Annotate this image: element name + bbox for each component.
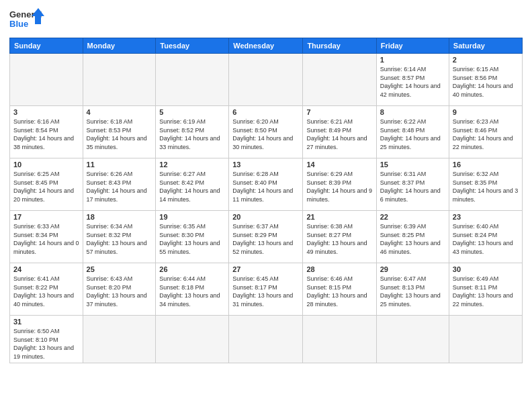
- day-number: 26: [159, 265, 225, 273]
- day-info: Sunrise: 6:41 AM Sunset: 8:22 PM Dayligh…: [13, 275, 79, 308]
- week-row-5: 24Sunrise: 6:41 AM Sunset: 8:22 PM Dayli…: [10, 263, 523, 316]
- calendar-cell: 4Sunrise: 6:18 AM Sunset: 8:53 PM Daylig…: [83, 106, 156, 158]
- weekday-header-tuesday: Tuesday: [156, 38, 229, 54]
- week-row-4: 17Sunrise: 6:33 AM Sunset: 8:34 PM Dayli…: [10, 211, 523, 263]
- calendar-cell: [303, 54, 376, 106]
- day-number: 30: [453, 265, 519, 273]
- day-number: 19: [159, 213, 225, 221]
- calendar-cell: 27Sunrise: 6:45 AM Sunset: 8:17 PM Dayli…: [229, 263, 303, 316]
- calendar-cell: [376, 316, 449, 363]
- day-info: Sunrise: 6:20 AM Sunset: 8:50 PM Dayligh…: [232, 118, 299, 151]
- week-row-6: 31Sunrise: 6:50 AM Sunset: 8:10 PM Dayli…: [10, 316, 523, 363]
- day-number: 10: [13, 161, 79, 169]
- day-number: 28: [306, 265, 372, 273]
- calendar-cell: [83, 316, 156, 363]
- day-number: 31: [13, 318, 79, 326]
- calendar-cell: [303, 316, 376, 363]
- calendar-cell: 31Sunrise: 6:50 AM Sunset: 8:10 PM Dayli…: [10, 316, 83, 363]
- day-number: 2: [453, 56, 519, 64]
- day-info: Sunrise: 6:15 AM Sunset: 8:56 PM Dayligh…: [453, 65, 519, 99]
- calendar-cell: 29Sunrise: 6:47 AM Sunset: 8:13 PM Dayli…: [376, 263, 449, 316]
- day-info: Sunrise: 6:35 AM Sunset: 8:30 PM Dayligh…: [159, 222, 225, 256]
- calendar-cell: 11Sunrise: 6:26 AM Sunset: 8:43 PM Dayli…: [83, 158, 156, 211]
- day-number: 17: [13, 213, 79, 221]
- day-number: 1: [380, 56, 445, 64]
- day-number: 4: [87, 108, 152, 116]
- calendar-cell: 24Sunrise: 6:41 AM Sunset: 8:22 PM Dayli…: [10, 263, 83, 316]
- day-info: Sunrise: 6:43 AM Sunset: 8:20 PM Dayligh…: [87, 275, 152, 308]
- calendar-cell: 19Sunrise: 6:35 AM Sunset: 8:30 PM Dayli…: [156, 211, 229, 263]
- day-info: Sunrise: 6:22 AM Sunset: 8:48 PM Dayligh…: [380, 118, 445, 151]
- day-info: Sunrise: 6:16 AM Sunset: 8:54 PM Dayligh…: [13, 118, 79, 151]
- day-number: 16: [453, 161, 519, 169]
- weekday-header-saturday: Saturday: [449, 38, 522, 54]
- day-number: 11: [87, 161, 152, 169]
- day-info: Sunrise: 6:25 AM Sunset: 8:45 PM Dayligh…: [13, 170, 79, 203]
- weekday-header-friday: Friday: [376, 38, 449, 54]
- day-info: Sunrise: 6:32 AM Sunset: 8:35 PM Dayligh…: [453, 170, 519, 203]
- logo: General Blue: [9, 7, 46, 32]
- calendar-cell: 22Sunrise: 6:39 AM Sunset: 8:25 PM Dayli…: [376, 211, 449, 263]
- calendar-cell: [156, 316, 229, 363]
- weekday-header-wednesday: Wednesday: [229, 38, 303, 54]
- day-info: Sunrise: 6:18 AM Sunset: 8:53 PM Dayligh…: [87, 118, 152, 151]
- day-info: Sunrise: 6:33 AM Sunset: 8:34 PM Dayligh…: [13, 222, 79, 256]
- week-row-2: 3Sunrise: 6:16 AM Sunset: 8:54 PM Daylig…: [10, 106, 523, 158]
- calendar-cell: 30Sunrise: 6:49 AM Sunset: 8:11 PM Dayli…: [449, 263, 522, 316]
- day-info: Sunrise: 6:45 AM Sunset: 8:17 PM Dayligh…: [232, 275, 299, 308]
- calendar-cell: 12Sunrise: 6:27 AM Sunset: 8:42 PM Dayli…: [156, 158, 229, 211]
- day-number: 5: [159, 108, 225, 116]
- day-number: 9: [453, 108, 519, 116]
- day-number: 14: [306, 161, 372, 169]
- day-info: Sunrise: 6:28 AM Sunset: 8:40 PM Dayligh…: [232, 170, 299, 203]
- day-number: 6: [232, 108, 299, 116]
- weekday-header-sunday: Sunday: [10, 38, 83, 54]
- day-number: 24: [13, 265, 79, 273]
- calendar-cell: [156, 54, 229, 106]
- day-info: Sunrise: 6:40 AM Sunset: 8:24 PM Dayligh…: [453, 222, 519, 256]
- day-number: 7: [306, 108, 372, 116]
- day-number: 8: [380, 108, 445, 116]
- calendar-cell: 15Sunrise: 6:31 AM Sunset: 8:37 PM Dayli…: [376, 158, 449, 211]
- day-info: Sunrise: 6:27 AM Sunset: 8:42 PM Dayligh…: [159, 170, 225, 203]
- day-number: 25: [87, 265, 152, 273]
- day-number: 15: [380, 161, 445, 169]
- day-info: Sunrise: 6:34 AM Sunset: 8:32 PM Dayligh…: [87, 222, 152, 256]
- calendar-cell: [83, 54, 156, 106]
- calendar-cell: 28Sunrise: 6:46 AM Sunset: 8:15 PM Dayli…: [303, 263, 376, 316]
- day-number: 22: [380, 213, 445, 221]
- calendar-cell: 20Sunrise: 6:37 AM Sunset: 8:29 PM Dayli…: [229, 211, 303, 263]
- day-number: 20: [232, 213, 299, 221]
- weekday-header-thursday: Thursday: [303, 38, 376, 54]
- day-info: Sunrise: 6:19 AM Sunset: 8:52 PM Dayligh…: [159, 118, 225, 151]
- day-info: Sunrise: 6:29 AM Sunset: 8:39 PM Dayligh…: [306, 170, 372, 203]
- day-number: 29: [380, 265, 445, 273]
- calendar-cell: 2Sunrise: 6:15 AM Sunset: 8:56 PM Daylig…: [449, 54, 522, 106]
- day-info: Sunrise: 6:39 AM Sunset: 8:25 PM Dayligh…: [380, 222, 445, 256]
- calendar-cell: 25Sunrise: 6:43 AM Sunset: 8:20 PM Dayli…: [83, 263, 156, 316]
- calendar-cell: 13Sunrise: 6:28 AM Sunset: 8:40 PM Dayli…: [229, 158, 303, 211]
- calendar-cell: 17Sunrise: 6:33 AM Sunset: 8:34 PM Dayli…: [10, 211, 83, 263]
- calendar-cell: [10, 54, 83, 106]
- calendar-cell: 26Sunrise: 6:44 AM Sunset: 8:18 PM Dayli…: [156, 263, 229, 316]
- calendar-cell: 5Sunrise: 6:19 AM Sunset: 8:52 PM Daylig…: [156, 106, 229, 158]
- day-info: Sunrise: 6:44 AM Sunset: 8:18 PM Dayligh…: [159, 275, 225, 308]
- day-info: Sunrise: 6:14 AM Sunset: 8:57 PM Dayligh…: [380, 65, 445, 99]
- calendar-cell: 6Sunrise: 6:20 AM Sunset: 8:50 PM Daylig…: [229, 106, 303, 158]
- svg-text:Blue: Blue: [9, 19, 28, 29]
- day-number: 12: [159, 161, 225, 169]
- calendar-cell: 18Sunrise: 6:34 AM Sunset: 8:32 PM Dayli…: [83, 211, 156, 263]
- day-number: 13: [232, 161, 299, 169]
- week-row-3: 10Sunrise: 6:25 AM Sunset: 8:45 PM Dayli…: [10, 158, 523, 211]
- day-info: Sunrise: 6:37 AM Sunset: 8:29 PM Dayligh…: [232, 222, 299, 256]
- weekday-header-monday: Monday: [83, 38, 156, 54]
- day-number: 18: [87, 213, 152, 221]
- calendar-cell: 9Sunrise: 6:23 AM Sunset: 8:46 PM Daylig…: [449, 106, 522, 158]
- day-info: Sunrise: 6:38 AM Sunset: 8:27 PM Dayligh…: [306, 222, 372, 256]
- day-number: 27: [232, 265, 299, 273]
- weekday-header-row: SundayMondayTuesdayWednesdayThursdayFrid…: [10, 38, 523, 54]
- week-row-1: 1Sunrise: 6:14 AM Sunset: 8:57 PM Daylig…: [10, 54, 523, 106]
- day-info: Sunrise: 6:50 AM Sunset: 8:10 PM Dayligh…: [13, 327, 79, 361]
- calendar-cell: 1Sunrise: 6:14 AM Sunset: 8:57 PM Daylig…: [376, 54, 449, 106]
- calendar-cell: 8Sunrise: 6:22 AM Sunset: 8:48 PM Daylig…: [376, 106, 449, 158]
